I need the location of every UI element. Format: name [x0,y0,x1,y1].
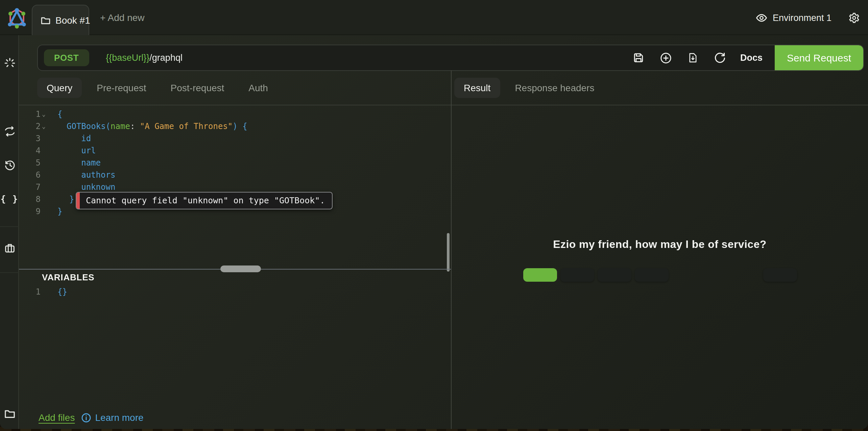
code-line[interactable]: 3id [19,132,451,145]
sidebar-item-subscriptions[interactable] [0,121,19,141]
spark-icon [4,57,15,69]
tab-auth[interactable]: Auth [239,78,278,98]
app-window: Book #1 + Add new Environment 1 [0,0,868,431]
skeleton-chip-dark [634,268,668,282]
code-line[interactable]: 4url [19,145,451,157]
tab-query[interactable]: Query [37,78,82,98]
save-icon [633,52,645,64]
sidebar-item-files[interactable] [0,403,19,424]
sidebar-divider [0,226,19,227]
variables-content: {} [50,286,67,298]
url-input[interactable]: {{baseUrl}}/graphql [106,53,183,63]
settings-button[interactable] [848,0,860,35]
request-url-bar: POST {{baseUrl}}/graphql [37,45,864,71]
error-tooltip-message: Cannot query field "unknown" on type "GO… [80,195,332,207]
skeleton-chip-dark [597,268,631,282]
altair-logo [5,6,28,30]
sidebar-divider [0,272,19,273]
send-request-button[interactable]: Send Request [775,45,863,70]
subscriptions-icon [4,125,15,137]
editor-vertical-scrollbar[interactable] [447,233,450,272]
info-icon [81,412,91,423]
add-query-button[interactable] [656,45,676,70]
variables-heading: VARIABLES [42,272,95,282]
docs-button[interactable]: Docs [740,53,763,63]
workspace-tab-label: Book #1 [55,15,90,26]
refresh-button[interactable] [710,45,730,70]
url-variable: {{baseUrl}} [106,53,149,63]
error-tooltip-bar [76,193,80,209]
tab-post-request[interactable]: Post-request [161,78,234,98]
save-button[interactable] [629,45,649,70]
folder-icon [41,15,51,25]
skeleton-chip-green [523,268,557,282]
sidebar-item-spark[interactable] [0,53,19,73]
query-editor[interactable]: 1⌄{2⌄GOTBooks(name: "A Game of Thrones")… [19,105,451,269]
tabs-row: Query Pre-request Post-request Auth Resu… [19,76,868,99]
braces-icon: { } [1,194,19,204]
url-path: /graphql [149,53,183,63]
skeleton-chip-dark [560,268,594,282]
workspace-tab[interactable]: Book #1 [32,5,89,35]
fold-chevron-icon[interactable]: ⌄ [42,111,48,117]
gear-icon [848,12,860,23]
code-line[interactable]: 7unknown [19,181,451,193]
add-new-button[interactable]: + Add new [100,0,145,35]
result-placeholder-message: Ezio my friend, how may I be of service? [553,238,766,250]
chip-spacer [672,268,760,282]
code-line[interactable]: 1⌄{ [19,108,451,120]
variables-line-number: 1 [36,286,41,298]
query-panel-footer: Add files Learn more [39,412,144,423]
import-button[interactable] [683,45,703,70]
environment-label: Environment 1 [773,12,831,23]
top-bar: Book #1 + Add new Environment 1 [0,0,868,35]
result-panel: Ezio my friend, how may I be of service? [452,105,868,429]
skeleton-chip-dark [763,268,797,282]
import-file-icon [688,52,698,64]
code-line[interactable]: 2⌄GOTBooks(name: "A Game of Thrones") { [19,120,451,132]
main-area: POST {{baseUrl}}/graphql [19,35,868,429]
query-panel: 1⌄{2⌄GOTBooks(name: "A Game of Thrones")… [19,105,451,429]
learn-more-link[interactable]: Learn more [81,412,143,423]
tab-result[interactable]: Result [454,78,500,98]
fold-chevron-icon[interactable]: ⌄ [42,123,48,129]
eye-icon [756,12,767,23]
add-files-link[interactable]: Add files [39,412,75,423]
sidebar-item-collections[interactable] [0,238,19,258]
tab-pre-request[interactable]: Pre-request [87,78,155,98]
environment-selector[interactable]: Environment 1 [756,0,831,35]
tab-response-headers[interactable]: Response headers [505,78,604,98]
sidebar-item-braces[interactable]: { } [0,188,19,209]
history-icon [4,159,15,171]
method-badge[interactable]: POST [44,49,89,66]
files-icon [4,408,15,419]
collections-icon [4,242,15,254]
variables-section: VARIABLES 1 {} [19,270,451,337]
sidebar-item-history[interactable] [0,155,19,175]
variables-editor[interactable]: 1 {} [19,286,451,298]
error-tooltip: Cannot query field "unknown" on type "GO… [76,192,332,209]
code-line[interactable]: 6authors [19,169,451,181]
skeleton-chips [452,268,868,282]
refresh-icon [714,52,726,64]
code-line[interactable]: 5name [19,157,451,169]
add-circle-icon [660,52,672,64]
icon-sidebar: { } [0,35,19,429]
